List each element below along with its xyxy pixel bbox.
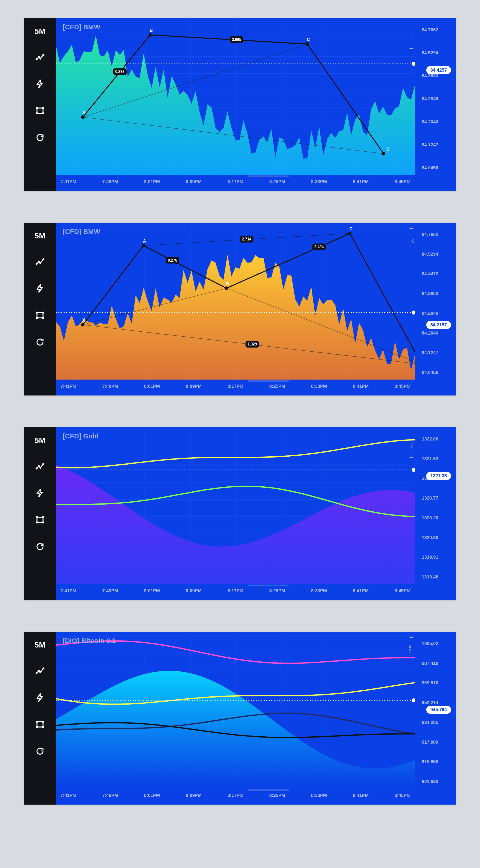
svg-point-140 [412,698,415,702]
shape-rect-icon[interactable] [35,514,45,525]
x-tick: 8:41PM [353,588,369,593]
y-tick: 84.2046 [422,331,449,336]
x-tick: 8:41PM [353,179,369,184]
x-tick: 8:09PM [186,793,201,798]
svg-text:0.276: 0.276 [168,258,177,262]
x-tick: 8:09PM [186,384,201,389]
x-tick: 8:45PM [394,588,411,593]
x-tick: 7:41PM [60,793,76,798]
y-tick: 1319.48 [422,575,449,580]
trend-line-icon[interactable] [35,461,45,472]
svg-point-32 [81,116,84,119]
y-tick: 84.0456 [422,370,449,375]
svg-rect-42 [37,312,43,318]
svg-point-72 [81,323,84,327]
lightning-icon[interactable] [35,79,45,89]
timeframe-selector[interactable]: 5M [35,231,45,240]
chart-panel-gold: 5M [CFD] Gold 250 7:41PM7:49PM8:01PM8:09… [24,427,456,600]
pattern-point-label: C [307,37,310,42]
y-tick: 987.418 [422,661,449,666]
x-tick: 7:41PM [60,384,76,389]
y-tick: 901.620 [422,779,449,784]
chart-toolbar: 5M [24,427,56,600]
time-scrollbar[interactable] [248,585,289,586]
x-tick: 8:17PM [227,793,244,798]
current-price-badge: 1321.35 [426,472,451,480]
time-scrollbar[interactable] [248,789,289,791]
x-tick: 7:41PM [60,179,76,184]
x-tick: 8:17PM [227,588,244,593]
current-price-badge: 84.4257 [426,66,451,74]
y-tick: 84.7662 [422,232,449,237]
shape-rect-icon[interactable] [35,310,45,321]
y-tick: 952.214 [422,700,449,705]
pattern-point-label: X [82,318,85,323]
chart-canvas[interactable]: [CFD] Gold 250 7:41PM7:49PM8:01PM8:09PM8… [56,427,456,600]
lightning-icon[interactable] [35,488,45,498]
svg-text:3.065: 3.065 [232,37,241,42]
svg-text:2.714: 2.714 [242,237,251,241]
trend-line-icon[interactable] [35,256,45,267]
y-axis: 84.766284.529484.447284.368384.284984.20… [415,227,456,379]
y-tick: 1005.02 [422,641,449,646]
chart-toolbar: 5M [24,223,56,396]
refresh-icon[interactable] [35,337,45,347]
pattern-point-label: A [143,239,146,243]
timeframe-selector[interactable]: 5M [35,641,45,649]
svg-point-75 [348,231,351,235]
x-tick: 8:45PM [394,793,411,798]
time-scrollbar[interactable] [248,380,289,382]
x-tick: 8:41PM [353,793,369,798]
scale-indicator: 25 [406,24,413,49]
svg-rect-85 [37,517,43,522]
price-area [56,255,415,379]
x-tick: 8:17PM [227,384,244,389]
refresh-icon[interactable] [35,746,45,756]
x-tick: 7:49PM [102,588,118,593]
trend-line-icon[interactable] [35,665,45,676]
refresh-icon[interactable] [35,132,45,143]
svg-point-73 [142,244,145,248]
svg-point-35 [382,152,385,155]
current-price-badge: 84.2157 [426,321,451,329]
chart-canvas[interactable]: [DIG] Bitcoin 0.1 50000 7:41PM7:49PM8:01… [56,632,456,805]
lightning-icon[interactable] [35,692,45,703]
refresh-icon[interactable] [35,541,45,552]
svg-rect-4 [37,108,43,113]
current-price-badge: 945.764 [426,706,451,714]
x-tick: 8:01PM [144,179,160,184]
svg-point-34 [306,42,309,46]
svg-point-74 [225,286,228,290]
x-tick: 8:17PM [227,179,244,184]
svg-text:1.329: 1.329 [248,342,257,347]
x-tick: 8:41PM [353,384,369,389]
x-tick: 8:33PM [311,588,327,593]
chart-panel-bmw-green: 5M [CFD] BMW 25 ABCD0.2933.065 7:41PM7:4… [24,18,456,191]
y-tick: 84.5294 [422,50,449,56]
x-tick: 7:49PM [102,793,118,798]
x-tick: 8:33PM [311,384,327,389]
x-axis: 7:41PM7:49PM8:01PM8:09PM8:17PM8:25PM8:33… [56,175,415,191]
chart-canvas[interactable]: [CFD] BMW 25 XABCD0.2762.7142.4041.329 7… [56,223,456,396]
y-tick: 84.0456 [422,165,449,170]
timeframe-selector[interactable]: 5M [35,27,45,36]
x-tick: 8:01PM [144,588,160,593]
time-scrollbar[interactable] [248,176,289,177]
svg-rect-115 [37,722,43,727]
shape-rect-icon[interactable] [35,105,45,116]
pattern-point-label: B [150,28,153,33]
y-tick: 969.816 [422,680,449,685]
lightning-icon[interactable] [35,283,45,294]
trend-line-icon[interactable] [35,52,45,62]
y-tick: 1319.91 [422,555,449,560]
y-tick: 917.009 [422,740,449,745]
shape-rect-icon[interactable] [35,719,45,730]
chart-canvas[interactable]: [CFD] BMW 25 ABCD0.2933.065 7:41PM7:49PM… [56,18,456,191]
x-axis: 7:41PM7:49PM8:01PM8:09PM8:17PM8:25PM8:33… [56,584,415,600]
chart-toolbar: 5M [24,632,56,805]
y-tick: 84.2849 [422,96,449,101]
timeframe-selector[interactable]: 5M [35,436,45,445]
pattern-point-label: C [350,227,352,231]
y-tick: 1322.06 [422,436,449,442]
svg-text:2.404: 2.404 [314,244,324,249]
